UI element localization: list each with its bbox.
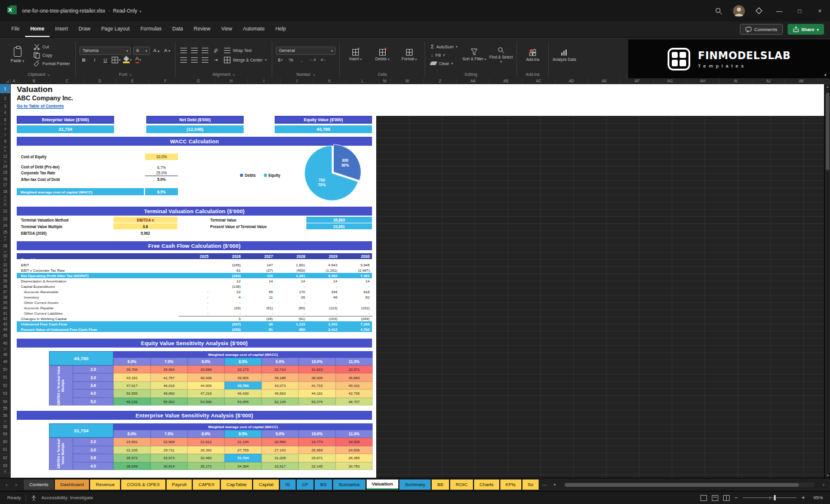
fcf-row-label[interactable]: Changes in Working Capital (21, 316, 174, 321)
vertical-scrollbar[interactable]: ▲ ▼ (824, 84, 830, 478)
sens-cell[interactable]: 43,151 (113, 373, 150, 381)
row-header-46[interactable]: 46 (0, 339, 10, 348)
fcf-row-label[interactable]: Other Current Liabilities (24, 311, 177, 316)
sheet-tab-summary[interactable]: Summary (399, 480, 431, 490)
sens-cell[interactable]: 34,654 (150, 365, 187, 373)
fcf-cell[interactable]: 170 (275, 289, 305, 294)
paste-button[interactable]: Paste ▾ (6, 47, 29, 63)
sens-cell[interactable]: 24,838 (336, 446, 373, 454)
fcf-cell[interactable]: 4 (211, 294, 241, 300)
sens-row-header-2.0[interactable]: 2.0 (73, 365, 113, 373)
row-header-50[interactable]: 50 (0, 365, 10, 373)
row-header-45[interactable]: 45 (0, 332, 10, 339)
alignment-dialog-launcher[interactable]: ↘ (232, 72, 235, 76)
fcf-cell[interactable]: 147 (243, 262, 273, 268)
ev-sensitivity-banner[interactable]: Enterprise Value Sensitivity Analysis ($… (17, 411, 372, 420)
sheet-tab-valuation[interactable]: Valuation (367, 480, 399, 490)
borders-button[interactable]: ▾ (112, 56, 121, 64)
sheet-tab-revenue[interactable]: Revenue (90, 480, 120, 490)
column-header-AG[interactable]: AG (654, 78, 687, 84)
fcf-cell[interactable]: (400) (275, 268, 305, 273)
bold-button[interactable]: B (79, 56, 88, 64)
sens-cell[interactable]: 28,392 (187, 446, 225, 454)
menu-help[interactable]: Help (270, 21, 291, 37)
sens-cell[interactable]: 41,757 (150, 373, 187, 381)
fcf-cell[interactable]: - (211, 311, 241, 316)
delete-cells-button[interactable]: ×Delete ▾ (370, 49, 394, 62)
orientation-icon[interactable]: ab (211, 47, 220, 54)
fcf-cell[interactable]: 880 (275, 327, 305, 332)
font-size-select[interactable]: 8▾ (133, 47, 150, 55)
column-header-F[interactable]: F (149, 78, 182, 84)
sheet-tab-dashboard[interactable]: Dashboard (55, 480, 89, 490)
format-cells-button[interactable]: Format ▾ (397, 49, 421, 62)
fcf-row-label[interactable]: Present Value of Unlevered Free Cash Flo… (21, 327, 174, 332)
menu-formulas[interactable]: Formulas (135, 21, 167, 37)
after-tax-cost-label[interactable]: After-tax Cost of Debt (21, 177, 60, 182)
column-header-H[interactable]: H (215, 78, 248, 84)
column-header-W[interactable]: W (391, 78, 424, 84)
fcf-row-label[interactable]: Net Operating Profit After Tax (NOPAT) (21, 273, 174, 278)
sens-cell[interactable]: 25,959 (299, 446, 336, 454)
sheet-tab-kpis[interactable]: KPIs (500, 480, 521, 490)
sens-cell[interactable]: 21,134 (225, 438, 262, 446)
row-header-35[interactable]: 35 (0, 278, 10, 284)
fiscal-year-2028[interactable]: 2028 (275, 254, 305, 259)
sens-cell[interactable]: 48,707 (336, 398, 373, 405)
fcf-cell[interactable]: 12 (211, 278, 241, 284)
column-header-K[interactable]: K (313, 78, 346, 84)
fcf-cell[interactable]: (113) (308, 305, 337, 311)
row-header-5[interactable]: 5 (0, 116, 10, 124)
sens-row-header-3.6[interactable]: 3.6 (73, 382, 113, 389)
sens-cell[interactable]: 21,612 (187, 438, 225, 446)
fcf-row-label[interactable]: EBIT x Corporate Tax Rate (21, 268, 174, 273)
row-header-63[interactable]: 63 (0, 462, 10, 470)
sens-col-header-8.5%[interactable]: 8.5% (225, 358, 262, 365)
row-header-34[interactable]: 34 (0, 273, 10, 278)
menu-data[interactable]: Data (167, 21, 189, 37)
fcf-cell[interactable]: - (308, 311, 337, 316)
number-format-select[interactable]: General▾ (276, 47, 336, 55)
fcf-cell[interactable]: 3,483 (308, 273, 337, 278)
fcf-cell[interactable]: 61 (211, 268, 241, 273)
sens-cell[interactable]: 22,608 (150, 438, 187, 446)
title-chevron-icon[interactable]: ▾ (140, 9, 142, 13)
font-name-select[interactable]: Tahoma▾ (79, 47, 131, 55)
row-header-39[interactable]: 39 (0, 300, 10, 305)
fcf-cell[interactable]: 48 (308, 294, 337, 300)
wacc-result-cell[interactable]: 8.5% (145, 188, 178, 195)
column-header-L[interactable]: L (346, 78, 379, 84)
sens-cell[interactable]: 50,595 (113, 389, 150, 397)
cut-button[interactable]: Cut (32, 42, 72, 51)
sens-cell[interactable]: 45,663 (262, 389, 299, 397)
sens-col-header-7.0%[interactable]: 7.0% (150, 430, 187, 438)
comma-format-icon[interactable]: , (297, 56, 306, 64)
column-header-AJ[interactable]: AJ (752, 78, 785, 84)
row-header-49[interactable]: 49 (0, 358, 10, 365)
sens-cell[interactable]: 40,438 (187, 373, 225, 381)
sheet-tab-charts[interactable]: Charts (474, 480, 499, 490)
cost-of-debt-cell[interactable]: 6.7% (145, 164, 178, 170)
row-header-18[interactable]: 18 (0, 188, 10, 195)
net-debt-cell[interactable]: (12,046) (146, 125, 244, 133)
fcf-cell[interactable]: (153) (308, 316, 337, 321)
fcf-cell[interactable]: 14 (340, 278, 370, 284)
horizontal-scroll-thumb[interactable] (565, 483, 799, 487)
fcf-cell[interactable]: - (179, 305, 208, 311)
column-header-E[interactable]: E (116, 78, 149, 84)
menu-file[interactable]: File (6, 21, 25, 37)
menu-automate[interactable]: Automate (238, 21, 270, 37)
sheet-tab-so[interactable]: So (522, 480, 539, 490)
row-header-43[interactable]: 43 (0, 321, 10, 327)
fcf-cell[interactable]: - (243, 300, 273, 305)
fcf-cell[interactable]: (269) (340, 316, 370, 321)
scroll-down-icon[interactable]: ▼ (825, 474, 830, 477)
clipboard-dialog-launcher[interactable]: ↘ (47, 72, 50, 76)
sens-cell[interactable]: 42,795 (336, 389, 373, 397)
align-bottom-icon[interactable] (201, 47, 209, 54)
minimize-button[interactable]: — (769, 0, 789, 21)
terminal-multiple-cell[interactable]: 3.6 (113, 223, 177, 229)
fcf-cell[interactable]: (162) (340, 305, 370, 311)
collapse-ribbon-icon[interactable]: ▾ (824, 73, 826, 78)
row-header-62[interactable]: 62 (0, 454, 10, 462)
